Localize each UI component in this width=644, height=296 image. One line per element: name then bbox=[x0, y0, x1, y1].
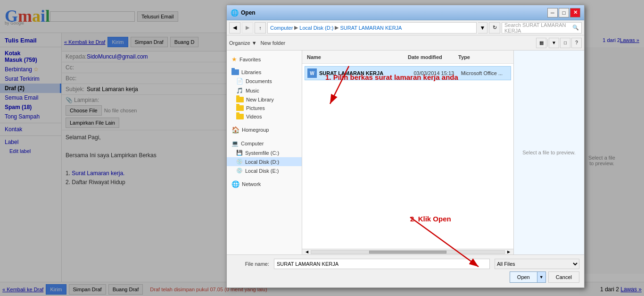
col-header-date[interactable]: Date modified bbox=[408, 54, 458, 60]
preview-message: Select a file to preview. bbox=[518, 145, 580, 160]
nav-spacer-4 bbox=[227, 175, 302, 179]
list-view-button[interactable]: ▦ bbox=[536, 38, 546, 48]
new-folder-button[interactable]: New folder bbox=[261, 40, 286, 46]
nav-item-systemfile[interactable]: 💾 Systemfile (C:) bbox=[227, 148, 302, 157]
dialog-title-icon: 🌐 bbox=[231, 9, 239, 17]
dialog-nav-panel: ★ Favorites Libraries 📄 Documents 🎵 Musi… bbox=[227, 51, 302, 254]
nav-label-pictures: Pictures bbox=[246, 105, 265, 111]
nav-label-local-d: Local Disk (D:) bbox=[245, 159, 279, 165]
forward-nav-button[interactable]: ▶ bbox=[242, 22, 253, 34]
refresh-button[interactable]: ↻ bbox=[489, 22, 500, 34]
documents-icon: 📄 bbox=[236, 78, 243, 85]
crumb-arrow-2: ▶ bbox=[335, 25, 339, 31]
nav-spacer-1 bbox=[227, 64, 302, 68]
nav-item-local-e[interactable]: 💿 Local Disk (E:) bbox=[227, 166, 302, 175]
doc-icon: W bbox=[310, 71, 314, 76]
crumb-computer[interactable]: Computer bbox=[270, 25, 293, 31]
crumb-arrow-1: ▶ bbox=[294, 25, 298, 31]
dialog-actions: Open ▼ Cancel bbox=[231, 271, 579, 283]
dialog-titlebar: 🌐 Open ─ □ ✕ bbox=[227, 5, 584, 20]
nav-item-new-library[interactable]: New Library bbox=[227, 95, 302, 104]
nav-item-computer[interactable]: 💻 Computer bbox=[227, 139, 302, 148]
nav-item-local-d[interactable]: 💿 Local Disk (D:) bbox=[227, 157, 302, 166]
open-dialog: 🌐 Open ─ □ ✕ ◀ ▶ ↑ Computer ▶ Local Disk… bbox=[226, 5, 585, 288]
file-icon-doc: W bbox=[307, 68, 317, 78]
cancel-button[interactable]: Cancel bbox=[548, 271, 579, 283]
nav-label-homegroup: Homegroup bbox=[242, 127, 269, 133]
view-sep bbox=[547, 39, 548, 47]
view-dropdown[interactable]: ▼ bbox=[549, 38, 559, 48]
local-d-icon: 💿 bbox=[236, 159, 243, 165]
view-controls: ▦ ▼ □ ? bbox=[536, 38, 582, 48]
music-icon: 🎵 bbox=[236, 87, 243, 94]
scroll-track[interactable] bbox=[311, 250, 505, 254]
dialog-address-bar: ◀ ▶ ↑ Computer ▶ Local Disk (D:) ▶ SURAT… bbox=[227, 20, 584, 35]
minimize-button[interactable]: ─ bbox=[547, 8, 558, 17]
address-path: Computer ▶ Local Disk (D:) ▶ SURAT LAMAR… bbox=[267, 22, 477, 34]
nav-label-local-e: Local Disk (E:) bbox=[245, 168, 279, 174]
nav-label-new-library: New Library bbox=[246, 97, 274, 102]
computer-icon: 💻 bbox=[231, 140, 239, 147]
nav-item-pictures[interactable]: Pictures bbox=[227, 104, 302, 112]
filename-label: File name: bbox=[231, 261, 269, 267]
nav-label-libraries: Libraries bbox=[241, 69, 261, 75]
network-icon: 🌐 bbox=[231, 180, 239, 188]
filetype-select[interactable]: All Files bbox=[495, 259, 579, 269]
crumb-local-d[interactable]: Local Disk (D:) bbox=[299, 25, 333, 31]
nav-item-documents[interactable]: 📄 Documents bbox=[227, 76, 302, 86]
dialog-bottom: File name: All Files Open ▼ Cancel bbox=[227, 254, 584, 288]
nav-spacer-2 bbox=[227, 121, 302, 125]
back-nav-button[interactable]: ◀ bbox=[229, 22, 240, 34]
files-header: Name Date modified Type bbox=[302, 51, 513, 64]
dialog-preview-panel: Select a file to preview. bbox=[513, 51, 584, 254]
favorites-star-icon: ★ bbox=[231, 56, 237, 63]
nav-label-computer: Computer bbox=[241, 141, 264, 146]
col-header-type[interactable]: Type bbox=[458, 54, 509, 60]
homegroup-icon: 🏠 bbox=[231, 126, 239, 134]
nav-label-music: Music bbox=[246, 88, 259, 93]
filename-input[interactable] bbox=[274, 259, 490, 269]
address-dropdown[interactable]: ▼ bbox=[478, 22, 487, 34]
search-placeholder: Search SURAT LAMARAN KERJA bbox=[504, 22, 572, 34]
nav-label-documents: Documents bbox=[246, 78, 272, 84]
file-type-text: Microsoft Office ... bbox=[461, 70, 508, 76]
dialog-toolbar: Organize ▼ New folder ▦ ▼ □ ? bbox=[227, 35, 584, 51]
horizontal-scrollbar[interactable]: ◀ ▶ bbox=[302, 249, 513, 254]
up-nav-button[interactable]: ↑ bbox=[255, 22, 266, 34]
organize-button[interactable]: Organize ▼ bbox=[229, 40, 257, 46]
files-list: W SURAT LAMARAN KERJA 03/03/2014 15:13 M… bbox=[302, 64, 513, 249]
maximize-button[interactable]: □ bbox=[559, 8, 569, 17]
scroll-left-btn[interactable]: ◀ bbox=[303, 248, 311, 255]
help-button[interactable]: ? bbox=[571, 38, 582, 48]
dialog-title-text: Open bbox=[241, 9, 547, 16]
nav-item-homegroup[interactable]: 🏠 Homegroup bbox=[227, 125, 302, 135]
nav-spacer-3 bbox=[227, 135, 302, 139]
nav-label-systemfile: Systemfile (C:) bbox=[245, 150, 279, 156]
scroll-right-btn[interactable]: ▶ bbox=[505, 248, 512, 255]
nav-item-videos[interactable]: Videos bbox=[227, 112, 302, 121]
close-button[interactable]: ✕ bbox=[570, 8, 580, 17]
libraries-icon bbox=[231, 69, 239, 75]
col-header-name[interactable]: Name bbox=[307, 54, 408, 60]
annotation-text-2: 2. Klik Open bbox=[410, 215, 451, 223]
local-e-icon: 💿 bbox=[236, 168, 243, 174]
window-button[interactable]: □ bbox=[560, 38, 570, 48]
crumb-surat[interactable]: SURAT LAMARAN KERJA bbox=[340, 25, 402, 31]
nav-item-libraries[interactable]: Libraries bbox=[227, 68, 302, 76]
scroll-thumb[interactable] bbox=[369, 251, 446, 254]
annotation-text-1: 1. Pilih berkas surat lamaran kerja anda bbox=[325, 73, 458, 81]
filename-row: File name: All Files bbox=[231, 259, 579, 269]
new-library-icon bbox=[236, 97, 244, 102]
open-button[interactable]: Open bbox=[510, 271, 537, 283]
systemfile-icon: 💾 bbox=[236, 150, 243, 156]
nav-item-favorites[interactable]: ★ Favorites bbox=[227, 54, 302, 64]
nav-label-network: Network bbox=[242, 181, 261, 187]
videos-icon bbox=[236, 114, 244, 119]
nav-item-music[interactable]: 🎵 Music bbox=[227, 86, 302, 95]
nav-label-favorites: Favorites bbox=[239, 57, 261, 62]
search-box[interactable]: Search SURAT LAMARAN KERJA 🔍 bbox=[502, 22, 582, 34]
nav-item-network[interactable]: 🌐 Network bbox=[227, 179, 302, 189]
open-button-group: Open ▼ bbox=[510, 271, 546, 283]
pictures-icon bbox=[236, 105, 244, 111]
open-dropdown-arrow[interactable]: ▼ bbox=[537, 271, 546, 283]
